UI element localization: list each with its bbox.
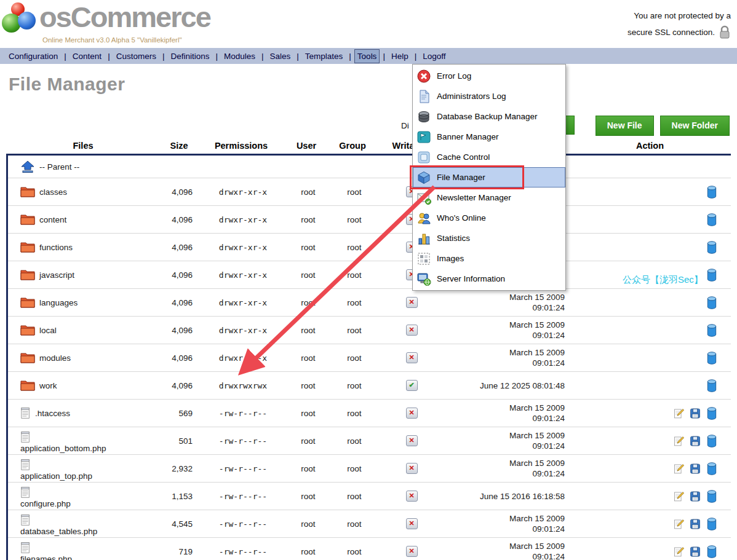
logo-sphere-blue [18,12,36,30]
save-icon[interactable] [690,545,701,558]
menu-item-newsletter-manager[interactable]: Newsletter Manager [413,187,565,208]
database-icon[interactable] [706,324,717,337]
group-cell: root [330,436,378,446]
file-name: application_bottom.php [20,444,162,453]
folder-name-link[interactable]: classes [39,187,67,197]
save-icon[interactable] [690,407,701,420]
database-icon[interactable] [706,296,717,309]
menu-item-statistics[interactable]: Statistics [413,228,565,248]
menu-item-error-log[interactable]: Error Log [413,66,565,86]
nav-item-logoff[interactable]: Logoff [420,50,448,63]
user-cell: root [286,381,330,390]
folder-name-link[interactable]: local [39,326,57,335]
images-icon [416,251,431,266]
not-writable-icon: ✕ [406,325,418,336]
nav-item-help[interactable]: Help [389,50,411,63]
file-icon [20,542,31,554]
edit-icon[interactable] [673,518,684,530]
database-icon[interactable] [706,435,717,448]
folder-name-link[interactable]: languages [39,298,78,307]
menu-item-administrators-log[interactable]: Administrators Log [413,86,565,106]
save-icon[interactable] [690,462,701,475]
database-icon[interactable] [706,379,717,392]
nav-item-sales[interactable]: Sales [268,50,293,63]
menu-item-cache-control[interactable]: Cache Control [413,147,565,167]
menu-item-label: File Manager [437,173,485,182]
ssl-status: You are not protected by a secure SSL co… [627,7,731,41]
table-row: content 4,096 drwxr-xr-x root root ✕ Mar… [8,206,731,234]
nav-item-modules[interactable]: Modules [221,50,258,63]
menu-item-file-manager[interactable]: File Manager [413,167,565,187]
save-icon[interactable] [690,518,701,530]
size-cell: 4,096 [162,298,200,307]
size-cell: 4,096 [162,381,200,390]
user-cell: root [286,298,330,307]
menu-item-label: Who's Online [437,213,486,223]
size-cell: 501 [162,436,200,446]
database-icon[interactable] [706,545,717,558]
table-row: application_top.php 2,932 -rw-r--r-- roo… [8,455,731,483]
table-row: modules 4,096 drwxr-xr-x root root ✕ Mar… [8,344,731,372]
database-icon[interactable] [706,186,717,199]
permissions-cell: drwxr-xr-x [200,243,286,252]
save-icon[interactable] [690,435,701,448]
database-icon[interactable] [706,213,717,226]
database-icon[interactable] [706,241,717,254]
nav-item-definitions[interactable]: Definitions [168,50,212,63]
not-writable-icon: ✕ [406,518,418,529]
folder-name-link[interactable]: javascript [39,270,74,280]
menu-item-banner-manager[interactable]: Banner Manager [413,127,565,147]
menu-item-database-backup-manager[interactable]: Database Backup Manager [413,106,565,127]
edit-icon[interactable] [673,435,684,448]
table-row: .htaccess 569 -rw-r--r-- root root ✕ Mar… [8,400,731,427]
parent-link[interactable]: -- Parent -- [39,162,79,172]
file-manager-icon [416,170,431,185]
file-name: application_top.php [20,471,162,481]
not-writable-icon: ✕ [406,463,418,474]
folder-name-link[interactable]: modules [39,353,71,363]
group-cell: root [330,270,378,280]
database-icon[interactable] [706,352,717,365]
directory-label-partial: Di [401,121,409,130]
menu-item-whos-online[interactable]: Who's Online [413,208,565,228]
col-header-permissions: Permissions [198,141,284,151]
table-row-parent: -- Parent -- [8,156,731,178]
table-header-row: Files Size Permissions User Group Writab… [6,138,731,154]
administrators-log-icon [416,89,431,104]
user-cell: root [286,492,330,501]
database-icon[interactable] [706,490,717,503]
file-name: configure.php [20,499,162,508]
new-folder-button[interactable]: New Folder [660,116,730,136]
nav-item-customers[interactable]: Customers [114,50,159,63]
edit-icon[interactable] [673,490,684,503]
date-cell: March 15 200909:01:24 [445,430,571,451]
permissions-cell: -rw-r--r-- [200,492,286,501]
folder-name-link[interactable]: work [39,381,57,390]
nav-item-templates[interactable]: Templates [303,50,346,63]
group-cell: root [330,187,378,197]
page-title: File Manager [9,74,125,95]
folder-icon [20,379,35,392]
menu-item-server-information[interactable]: Server Information [413,269,565,289]
date-cell: March 15 200909:01:24 [445,541,571,560]
edit-icon[interactable] [673,545,684,558]
database-icon[interactable] [706,269,717,282]
new-file-button[interactable]: New File [596,116,654,136]
date-cell: June 15 2016 16:18:58 [445,491,571,502]
save-icon[interactable] [690,490,701,503]
edit-icon[interactable] [673,462,684,475]
oscommerce-admin-window: osCommerce Online Merchant v3.0 Alpha 5 … [0,0,737,560]
menu-item-label: Newsletter Manager [437,193,511,202]
database-icon[interactable] [706,462,717,475]
date-cell: March 15 200909:01:24 [445,458,571,479]
edit-icon[interactable] [673,407,684,420]
nav-item-content[interactable]: Content [70,50,104,63]
user-cell: root [286,353,330,363]
nav-item-configuration[interactable]: Configuration [6,50,60,63]
folder-name-link[interactable]: functions [39,243,73,252]
folder-name-link[interactable]: content [39,215,66,224]
menu-item-images[interactable]: Images [413,248,565,269]
database-icon[interactable] [706,518,717,530]
nav-item-tools[interactable]: Tools [355,50,380,63]
database-icon[interactable] [706,407,717,420]
